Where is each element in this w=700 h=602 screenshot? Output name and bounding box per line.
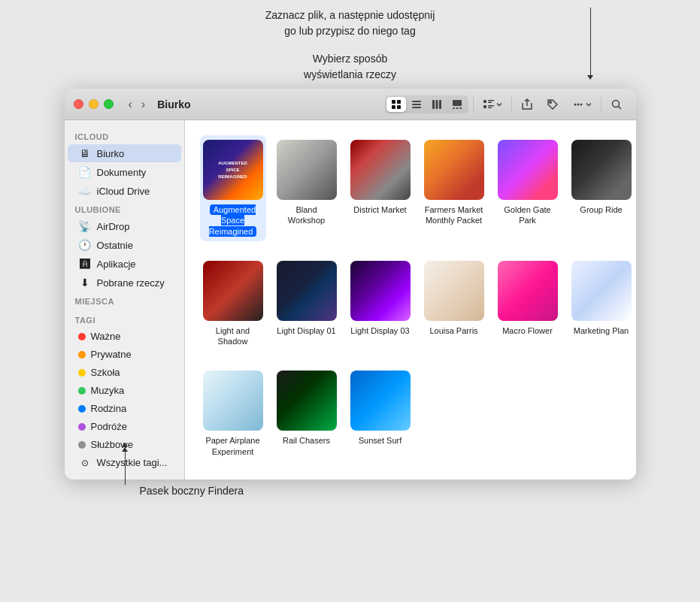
close-button[interactable] <box>74 99 83 109</box>
file-label-louisa: Louisa Parris <box>429 325 477 336</box>
file-item-bland[interactable]: Bland Workshop <box>274 135 340 241</box>
file-grid: AUGMENTEDSPICEREIMAGINEDAugmented Space … <box>200 135 621 461</box>
file-thumb-district <box>350 140 411 200</box>
tag-dot-podroze <box>78 423 86 431</box>
file-item-district[interactable]: District Market <box>347 135 414 241</box>
file-item-light-shadow[interactable]: Light and Shadow <box>200 256 266 352</box>
svg-rect-12 <box>456 107 458 109</box>
svg-rect-17 <box>483 105 486 108</box>
main-content: iCloud 🖥 Biurko 📄 Dokumenty ☁️ iCloud Dr… <box>65 120 636 479</box>
file-item-farmers[interactable]: Farmers Market Monthly Packet <box>421 135 487 241</box>
sidebar-item-podroze-label: Podróże <box>91 421 127 432</box>
sidebar-item-muzyka-label: Muzyka <box>91 385 125 396</box>
file-label-marketing: Marketing Plan <box>574 325 629 336</box>
sidebar-item-dokumenty[interactable]: 📄 Dokumenty <box>68 163 181 181</box>
svg-rect-3 <box>397 105 401 109</box>
monitor-icon: 🖥 <box>78 147 92 159</box>
search-button[interactable] <box>606 95 627 113</box>
sidebar-item-rodzina[interactable]: Rodzina <box>68 400 181 417</box>
list-view-button[interactable] <box>407 97 426 112</box>
file-thumb-light01 <box>277 261 337 321</box>
sidebar-item-airdrop-label: AirDrop <box>97 221 130 232</box>
group-button[interactable] <box>478 96 507 113</box>
file-label-group: Group Ride <box>580 204 622 215</box>
file-item-light01[interactable]: Light Display 01 <box>274 256 340 352</box>
svg-rect-8 <box>435 100 438 109</box>
sidebar-item-podroze[interactable]: Podróże <box>68 418 181 435</box>
sidebar-item-aplikacje-label: Aplikacje <box>97 259 136 270</box>
file-label-bland: Bland Workshop <box>277 204 337 226</box>
sidebar-item-airdrop[interactable]: 📡 AirDrop <box>68 217 181 235</box>
file-item-augmented[interactable]: AUGMENTEDSPICEREIMAGINEDAugmented Space … <box>200 135 266 241</box>
minimize-button[interactable] <box>89 99 98 109</box>
file-item-paper[interactable]: Paper Airplane Experiment <box>200 366 266 461</box>
traffic-lights <box>74 99 114 109</box>
sidebar-item-biurko[interactable]: 🖥 Biurko <box>68 144 181 162</box>
forward-button[interactable]: › <box>138 96 148 113</box>
airdrop-icon: 📡 <box>78 220 92 232</box>
bottom-annotation-area: Pasek boczny Findera <box>65 479 636 498</box>
breadcrumb: Biurko <box>157 98 190 110</box>
sidebar-item-aplikacje[interactable]: 🅰 Aplikacje <box>68 255 181 273</box>
sidebar-item-prywatne-label: Prywatne <box>91 349 132 360</box>
sidebar-item-prywatne[interactable]: Prywatne <box>68 346 181 363</box>
sidebar-item-muzyka[interactable]: Muzyka <box>68 382 181 399</box>
file-item-marketing[interactable]: Marketing Plan <box>568 256 635 352</box>
nav-buttons: ‹ › <box>126 96 149 113</box>
toolbar-divider-3 <box>601 97 602 112</box>
column-view-button[interactable] <box>427 97 447 112</box>
tag-dot-prywatne <box>78 351 86 358</box>
sidebar-item-wazne[interactable]: Ważne <box>68 328 181 345</box>
gallery-view-button[interactable] <box>447 97 467 112</box>
svg-point-23 <box>580 103 582 105</box>
annotation-top-line1: Zaznacz plik, a następnie udostępnij go … <box>65 8 636 39</box>
back-button[interactable]: ‹ <box>126 96 135 113</box>
tag-button[interactable] <box>542 95 563 113</box>
icon-view-button[interactable] <box>386 97 406 112</box>
svg-rect-5 <box>412 104 421 105</box>
svg-rect-9 <box>439 100 441 109</box>
file-thumb-rail <box>277 371 337 431</box>
annotation-middle: Wybierz sposób wyświetlania rzeczy <box>65 51 636 83</box>
file-label-macro: Macro Flower <box>502 325 553 336</box>
svg-point-22 <box>577 103 579 105</box>
sidebar-item-rodzina-label: Rodzina <box>91 403 127 414</box>
svg-rect-2 <box>392 105 395 109</box>
file-item-golden[interactable]: Golden Gate Park <box>495 135 561 241</box>
tag-dot-wazne <box>78 333 86 340</box>
file-thumb-group <box>571 140 632 200</box>
file-thumb-louisa <box>424 261 484 321</box>
more-button[interactable] <box>568 95 596 113</box>
file-label-light03: Light Display 03 <box>350 325 409 336</box>
cloud-icon: ☁️ <box>78 185 92 197</box>
icloud-section-label: iCloud <box>65 128 184 144</box>
file-item-sunset[interactable]: Sunset Surf <box>347 366 414 461</box>
file-thumb-bland <box>277 140 337 200</box>
tag-dot-rodzina <box>78 405 86 413</box>
fullscreen-button[interactable] <box>104 99 114 109</box>
sidebar-item-szkola[interactable]: Szkoła <box>68 364 181 381</box>
titlebar: ‹ › Biurko <box>65 89 636 120</box>
file-label-rail: Rail Chasers <box>283 435 330 446</box>
file-thumb-paper <box>203 371 263 431</box>
file-thumb-farmers <box>424 140 484 200</box>
svg-line-25 <box>618 106 621 109</box>
all-tags-icon: ⊙ <box>78 458 92 468</box>
sidebar-item-szkola-label: Szkoła <box>91 367 120 378</box>
tag-dot-sluzb <box>78 441 86 449</box>
clock-icon: 🕐 <box>78 239 92 251</box>
file-label-augmented: Augmented Space Reimagined <box>203 204 263 237</box>
sidebar-item-ostatnie[interactable]: 🕐 Ostatnie <box>68 236 181 254</box>
sidebar-item-pobrane[interactable]: ⬇ Pobrane rzeczy <box>68 274 181 292</box>
svg-point-21 <box>574 103 576 105</box>
file-item-rail[interactable]: Rail Chasers <box>274 366 340 461</box>
file-item-louisa[interactable]: Louisa Parris <box>421 256 487 352</box>
sidebar: iCloud 🖥 Biurko 📄 Dokumenty ☁️ iCloud Dr… <box>65 120 185 479</box>
file-item-light03[interactable]: Light Display 03 <box>347 256 414 352</box>
annotation-arrow <box>590 8 591 75</box>
share-button[interactable] <box>517 95 538 113</box>
file-item-macro[interactable]: Macro Flower <box>495 256 561 352</box>
svg-rect-13 <box>459 107 462 109</box>
file-item-group[interactable]: Group Ride <box>568 135 635 241</box>
sidebar-item-icloud-drive[interactable]: ☁️ iCloud Drive <box>68 182 181 200</box>
